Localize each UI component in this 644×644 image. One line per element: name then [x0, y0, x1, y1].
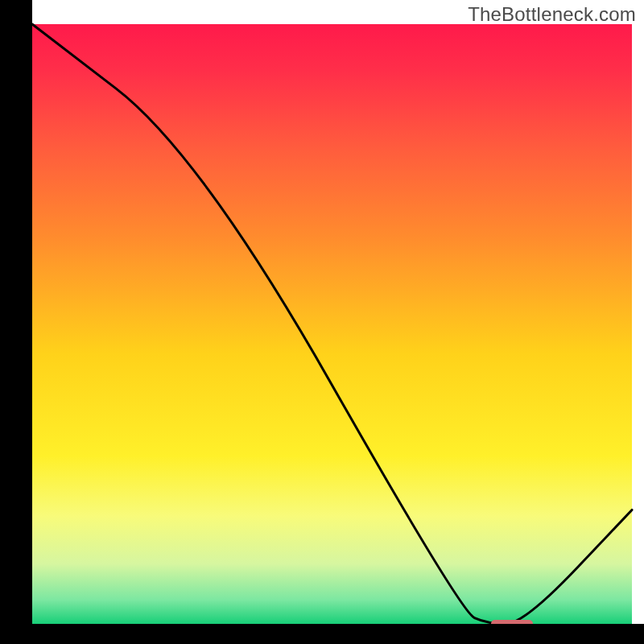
watermark-text: TheBottleneck.com — [468, 3, 636, 26]
chart-container: TheBottleneck.com — [0, 0, 644, 644]
plot-background — [32, 24, 632, 624]
bottleneck-chart — [0, 0, 644, 644]
